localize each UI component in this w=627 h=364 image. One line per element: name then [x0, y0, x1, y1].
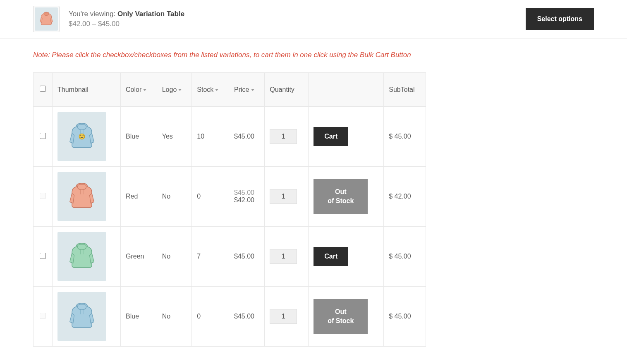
- row-checkbox-cell: [34, 227, 53, 287]
- subtotal-cell: $ 45.00: [384, 227, 426, 287]
- subtotal-cell: $ 42.00: [384, 167, 426, 227]
- color-cell: Blue: [121, 107, 157, 167]
- header-price[interactable]: Price: [229, 73, 265, 107]
- header-left: You're viewing: Only Variation Table $42…: [33, 6, 184, 32]
- table-row: BlueYes10$45.00Cart$ 45.00: [34, 107, 426, 167]
- sort-caret-icon: [143, 89, 146, 91]
- header-color[interactable]: Color: [121, 73, 157, 107]
- svg-point-2: [79, 134, 84, 139]
- row-checkbox-cell: [34, 167, 53, 227]
- table-header-row: Thumbnail Color Logo Stock Price Quantit…: [34, 73, 426, 107]
- price-cell: $45.00: [229, 107, 265, 167]
- row-checkbox: [40, 193, 46, 199]
- header-stock[interactable]: Stock: [192, 73, 229, 107]
- logo-cell: No: [157, 227, 192, 287]
- row-checkbox-cell: [34, 287, 53, 347]
- header-action: [309, 73, 384, 107]
- action-cell: Out of Stock: [309, 167, 384, 227]
- table-row: RedNo0$45.00$42.00Out of Stock$ 42.00: [34, 167, 426, 227]
- header-quantity: Quantity: [265, 73, 309, 107]
- product-name: Only Variation Table: [117, 10, 184, 18]
- row-checkbox[interactable]: [40, 253, 46, 259]
- action-cell: Out of Stock: [309, 287, 384, 347]
- quantity-cell: [265, 227, 309, 287]
- stock-cell: 0: [192, 287, 229, 347]
- row-checkbox-cell: [34, 107, 53, 167]
- bulk-cart-note: Note: Please click the checkbox/checkbox…: [33, 51, 594, 59]
- hoodie-icon: [57, 292, 106, 341]
- add-to-cart-button[interactable]: Cart: [314, 127, 348, 146]
- header-checkbox-cell: [34, 73, 53, 107]
- logo-cell: No: [157, 167, 192, 227]
- price-cell: $45.00: [229, 287, 265, 347]
- quantity-input[interactable]: [270, 129, 297, 144]
- svg-point-3: [80, 135, 81, 136]
- subtotal-cell: $ 45.00: [384, 107, 426, 167]
- hoodie-icon: [57, 172, 106, 221]
- price-range: $42.00 – $45.00: [69, 20, 184, 28]
- hoodie-icon: [57, 112, 106, 161]
- sticky-product-header: You're viewing: Only Variation Table $42…: [0, 0, 627, 38]
- out-of-stock-button: Out of Stock: [314, 299, 368, 334]
- hoodie-icon: [57, 232, 106, 281]
- sort-caret-icon: [215, 89, 218, 91]
- logo-cell: No: [157, 287, 192, 347]
- header-thumbnail: Thumbnail: [53, 73, 121, 107]
- color-cell: Green: [121, 227, 157, 287]
- quantity-input[interactable]: [270, 249, 297, 264]
- quantity-input[interactable]: [270, 189, 297, 204]
- select-all-checkbox[interactable]: [40, 86, 46, 92]
- stock-cell: 10: [192, 107, 229, 167]
- quantity-cell: [265, 287, 309, 347]
- original-price: $45.00: [234, 189, 259, 196]
- sort-caret-icon: [178, 89, 182, 91]
- row-checkbox: [40, 313, 46, 319]
- thumbnail-cell: [53, 227, 121, 287]
- action-cell: Cart: [309, 227, 384, 287]
- variation-table: Thumbnail Color Logo Stock Price Quantit…: [33, 72, 426, 347]
- quantity-input[interactable]: [270, 309, 297, 324]
- table-row: BlueNo0$45.00Out of Stock$ 45.00: [34, 287, 426, 347]
- thumbnail-cell: [53, 107, 121, 167]
- quantity-cell: [265, 107, 309, 167]
- stock-cell: 0: [192, 167, 229, 227]
- hoodie-icon: [35, 7, 58, 31]
- quantity-cell: [265, 167, 309, 227]
- price-cell: $45.00: [229, 227, 265, 287]
- stock-cell: 7: [192, 227, 229, 287]
- svg-point-4: [83, 135, 84, 136]
- select-options-button[interactable]: Select options: [526, 8, 594, 30]
- color-cell: Blue: [121, 287, 157, 347]
- current-price: $42.00: [234, 196, 259, 204]
- logo-cell: Yes: [157, 107, 192, 167]
- table-row: GreenNo7$45.00Cart$ 45.00: [34, 227, 426, 287]
- out-of-stock-button: Out of Stock: [314, 179, 368, 214]
- header-thumbnail: [33, 6, 60, 32]
- sort-caret-icon: [251, 89, 254, 91]
- color-cell: Red: [121, 167, 157, 227]
- header-text-block: You're viewing: Only Variation Table $42…: [69, 10, 184, 28]
- action-cell: Cart: [309, 107, 384, 167]
- thumbnail-cell: [53, 167, 121, 227]
- subtotal-cell: $ 45.00: [384, 287, 426, 347]
- header-logo[interactable]: Logo: [157, 73, 192, 107]
- thumbnail-cell: [53, 287, 121, 347]
- add-to-cart-button[interactable]: Cart: [314, 247, 348, 266]
- viewing-label: You're viewing: Only Variation Table: [69, 10, 184, 18]
- price-cell: $45.00$42.00: [229, 167, 265, 227]
- header-subtotal: SubTotal: [384, 73, 426, 107]
- row-checkbox[interactable]: [40, 133, 46, 139]
- main-content: Note: Please click the checkbox/checkbox…: [0, 38, 627, 347]
